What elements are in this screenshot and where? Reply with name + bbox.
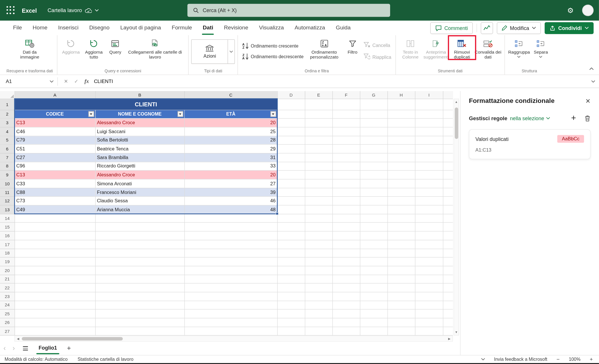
cell-eta[interactable]: 31 xyxy=(184,153,277,162)
row-header-18[interactable]: 18 xyxy=(0,249,14,257)
cell[interactable] xyxy=(388,266,415,275)
cell[interactable] xyxy=(332,153,360,162)
row-header-15[interactable]: 15 xyxy=(0,223,14,231)
cell[interactable] xyxy=(305,301,332,310)
cell[interactable] xyxy=(277,283,305,292)
cell-codice[interactable]: C96 xyxy=(14,162,95,171)
cell[interactable] xyxy=(305,275,332,283)
rule-card-duplicate-values[interactable]: Valori duplicati AaBbCc A1:C13 xyxy=(469,129,591,159)
cell[interactable] xyxy=(305,118,332,127)
cell[interactable] xyxy=(184,310,277,318)
sheet-tab-foglio1[interactable]: Foglio1 xyxy=(33,342,62,355)
cell[interactable] xyxy=(360,99,388,110)
cell-nome[interactable]: Simona Arconati xyxy=(95,179,184,188)
cell-eta[interactable]: 29 xyxy=(184,144,277,153)
cell[interactable] xyxy=(388,257,415,266)
cell[interactable] xyxy=(332,162,360,171)
cell-codice[interactable]: C46 xyxy=(14,127,95,136)
row-header-22[interactable]: 22 xyxy=(0,283,14,292)
cell[interactable] xyxy=(305,318,332,327)
cell[interactable] xyxy=(360,110,388,118)
cell[interactable] xyxy=(360,257,388,266)
ribbon-tab-layout-di-pagina[interactable]: Layout di pagina xyxy=(115,21,166,35)
cell[interactable] xyxy=(184,327,277,335)
cell[interactable] xyxy=(332,266,360,275)
row-header-10[interactable]: 10 xyxy=(0,179,14,188)
cell[interactable] xyxy=(415,266,443,275)
scroll-right-arrow[interactable]: ▶ xyxy=(448,336,451,341)
cell[interactable] xyxy=(388,188,415,197)
cell[interactable] xyxy=(415,179,443,188)
ribbon-tab-formule[interactable]: Formule xyxy=(166,21,197,35)
cell[interactable] xyxy=(443,205,453,214)
cell[interactable] xyxy=(277,292,305,301)
cell[interactable] xyxy=(443,231,453,240)
cell[interactable] xyxy=(332,231,360,240)
cell[interactable] xyxy=(443,275,453,283)
cell[interactable] xyxy=(388,231,415,240)
cell[interactable] xyxy=(360,179,388,188)
cell[interactable] xyxy=(443,110,453,118)
cell[interactable] xyxy=(14,240,95,249)
data-validation-button[interactable]: Convalida dei dati xyxy=(474,36,502,60)
cell[interactable] xyxy=(14,292,95,301)
cell[interactable] xyxy=(184,318,277,327)
cell[interactable] xyxy=(305,110,332,118)
cell[interactable] xyxy=(277,266,305,275)
cell[interactable] xyxy=(388,318,415,327)
column-header-D[interactable]: D xyxy=(277,91,305,99)
cell[interactable] xyxy=(360,327,388,335)
feedback-link[interactable]: Invia feedback a Microsoft xyxy=(494,357,547,362)
cell[interactable] xyxy=(332,257,360,266)
remove-duplicates-button[interactable]: Rimuovi duplicati xyxy=(450,36,474,60)
ribbon-tab-automatizza[interactable]: Automatizza xyxy=(289,21,330,35)
cell[interactable] xyxy=(332,275,360,283)
column-header-I[interactable]: I xyxy=(415,91,443,99)
cell[interactable] xyxy=(443,318,453,327)
cell[interactable] xyxy=(360,283,388,292)
cell-codice[interactable]: C13 xyxy=(14,118,95,127)
cell[interactable] xyxy=(388,223,415,231)
filter-button[interactable]: Filtro xyxy=(343,36,362,55)
calc-mode-status[interactable]: Modalità di calcolo: Automatico xyxy=(5,357,68,362)
cell-codice[interactable]: C27 xyxy=(14,153,95,162)
previous-sheet-arrow[interactable]: ‹ xyxy=(0,344,9,352)
cell[interactable] xyxy=(277,118,305,127)
cancel-entry-icon[interactable]: ✕ xyxy=(64,78,68,84)
column-header-G[interactable]: G xyxy=(360,91,388,99)
cell[interactable] xyxy=(332,301,360,310)
cell[interactable] xyxy=(95,223,184,231)
cell[interactable] xyxy=(388,99,415,110)
cell[interactable] xyxy=(360,310,388,318)
formula-bar-expand-icon[interactable] xyxy=(591,78,595,85)
select-all-corner[interactable] xyxy=(0,91,14,99)
cell[interactable] xyxy=(95,292,184,301)
cell[interactable] xyxy=(332,188,360,197)
cell[interactable] xyxy=(443,99,453,110)
ribbon-tab-guida[interactable]: Guida xyxy=(330,21,356,35)
row-header-13[interactable]: 13 xyxy=(0,205,14,214)
cell[interactable] xyxy=(415,162,443,171)
cell[interactable] xyxy=(332,179,360,188)
cell[interactable] xyxy=(388,249,415,257)
cell[interactable] xyxy=(415,205,443,214)
cell[interactable] xyxy=(388,197,415,205)
cell[interactable] xyxy=(443,127,453,136)
cell[interactable] xyxy=(14,214,95,222)
cell[interactable] xyxy=(360,249,388,257)
cell[interactable] xyxy=(415,171,443,179)
cell[interactable] xyxy=(305,283,332,292)
cell[interactable] xyxy=(14,249,95,257)
cell[interactable] xyxy=(277,275,305,283)
cell-nome[interactable]: Luigi Saccani xyxy=(95,127,184,136)
cell[interactable] xyxy=(14,257,95,266)
rules-scope-dropdown[interactable]: nella selezione xyxy=(510,115,550,121)
cell[interactable] xyxy=(305,205,332,214)
cell[interactable] xyxy=(443,240,453,249)
ribbon-tab-home[interactable]: Home xyxy=(27,21,53,35)
delete-rule-icon[interactable] xyxy=(584,115,590,122)
cell[interactable] xyxy=(14,275,95,283)
cell[interactable] xyxy=(305,257,332,266)
cell[interactable] xyxy=(332,240,360,249)
cell[interactable] xyxy=(360,144,388,153)
